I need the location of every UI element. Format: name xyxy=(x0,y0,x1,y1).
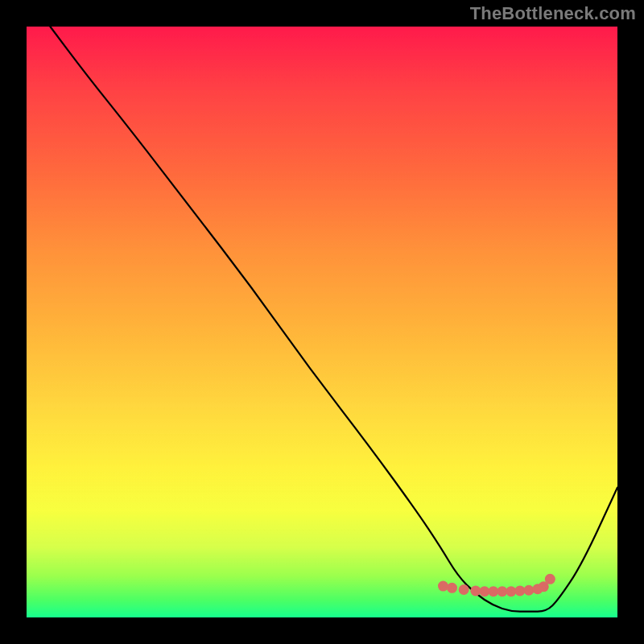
line-series xyxy=(50,27,617,612)
marker-dot xyxy=(545,574,555,584)
plot-area xyxy=(27,27,617,617)
chart-frame: TheBottleneck.com xyxy=(0,0,644,644)
marker-dot xyxy=(506,586,516,597)
marker-dot xyxy=(514,585,525,596)
marker-dot xyxy=(470,585,481,596)
watermark-text: TheBottleneck.com xyxy=(470,3,636,24)
marker-series xyxy=(438,574,555,597)
marker-dot xyxy=(447,583,457,593)
chart-svg xyxy=(27,27,617,617)
marker-dot xyxy=(438,581,448,592)
marker-dot xyxy=(523,585,534,596)
marker-dot xyxy=(459,584,469,595)
